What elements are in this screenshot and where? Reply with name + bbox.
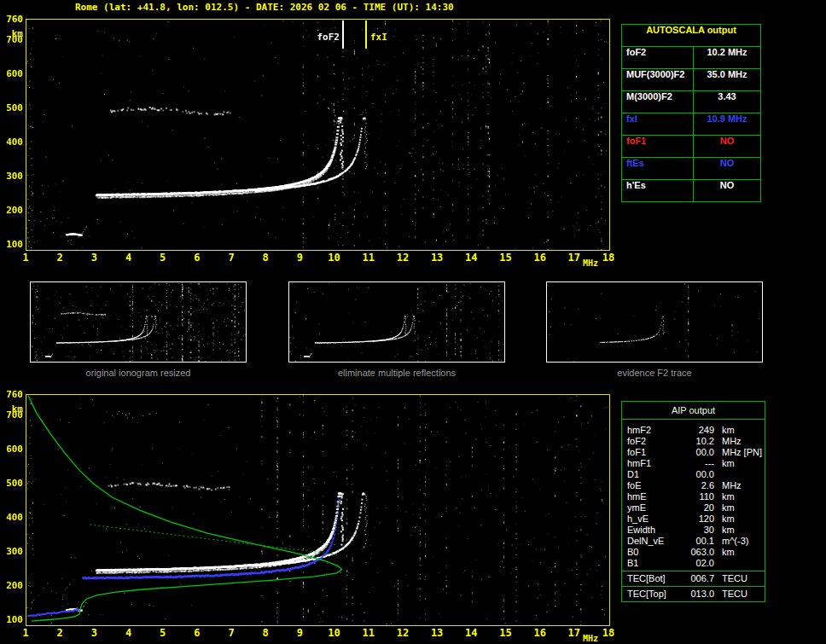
- autoscala-row: MUF(3000)F235.0 MHz: [622, 68, 760, 90]
- parameter-value: 10.9 MHz: [694, 113, 760, 135]
- aip-row: TEC[Bot]006.7TECU: [622, 573, 765, 584]
- parameter-name: TEC[Top]: [622, 589, 677, 600]
- parameter-unit: MHz[PN]: [714, 447, 765, 458]
- parameter-name: foE: [622, 480, 677, 491]
- parameter-value: NO: [694, 158, 760, 179]
- x-tick-label: 11: [359, 252, 378, 264]
- parameter-name: ymE: [622, 502, 677, 513]
- parameter-name: MUF(3000)F2: [622, 69, 694, 90]
- x-tick-label: 16: [531, 627, 550, 639]
- x-tick-label: 14: [462, 252, 480, 264]
- parameter-unit: km: [714, 525, 765, 536]
- y-tick-label: 500: [0, 102, 23, 113]
- thumbnail-evidence-f2: [546, 281, 763, 363]
- y-tick-label: 600: [0, 444, 23, 455]
- parameter-unit: km: [714, 425, 765, 436]
- parameter-name: D1: [622, 469, 677, 480]
- x-tick-label: 17: [565, 252, 584, 264]
- parameter-value: 20: [677, 502, 714, 513]
- thumbnail-canvas: [31, 282, 246, 362]
- autoscala-row: fxI10.9 MHz: [622, 113, 760, 135]
- parameter-name: M(3000)F2: [622, 91, 694, 113]
- autoscala-row: foF210.2 MHz: [622, 46, 760, 68]
- aip-row: hmE110km: [622, 491, 765, 502]
- y-tick-label: 200: [0, 205, 23, 216]
- parameter-value: 006.7: [677, 573, 714, 584]
- thumbnail-canvas: [547, 282, 762, 362]
- x-tick-label: 5: [154, 627, 172, 639]
- parameter-name: foF2: [622, 436, 677, 447]
- table-divider: [622, 571, 765, 571]
- parameter-value: 02.0: [677, 558, 714, 569]
- x-tick-label: 7: [222, 252, 241, 264]
- fof2-marker-label: foF2: [288, 32, 340, 43]
- parameter-value: NO: [694, 180, 760, 201]
- parameter-value: 00.0: [677, 447, 714, 458]
- fxi-marker-line: [365, 20, 367, 49]
- unit-text: MHz: [722, 480, 742, 491]
- parameter-value: 063.0: [677, 547, 714, 558]
- parameter-name: B1: [622, 558, 677, 569]
- parameter-unit: [714, 469, 765, 480]
- parameter-unit: m^(-3): [714, 536, 765, 547]
- x-tick-label: 1: [16, 252, 35, 264]
- parameter-value: 10.2: [677, 436, 714, 447]
- parameter-name: hmE: [622, 491, 677, 502]
- parameter-name: foF1: [622, 136, 694, 157]
- parameter-value: 3.43: [694, 91, 760, 113]
- x-tick-label: 3: [84, 252, 103, 264]
- unit-text: km: [722, 425, 735, 436]
- parameter-unit: MHz: [714, 436, 765, 447]
- x-tick-label: 6: [188, 627, 206, 639]
- y-tick-label: 300: [0, 171, 23, 182]
- thumbnail-caption: evidence F2 trace: [546, 368, 763, 378]
- profile-ionogram-canvas: [26, 395, 609, 625]
- y-tick-label: 500: [0, 478, 23, 489]
- x-tick-label: 16: [531, 252, 550, 264]
- x-tick-label: 10: [325, 627, 344, 639]
- unit-text: m^(-3): [722, 536, 748, 547]
- thumbnail-canvas: [289, 282, 504, 362]
- x-tick-label: 15: [496, 627, 515, 639]
- autoscala-row: M(3000)F23.43: [622, 90, 760, 113]
- autoscala-table-header: AUTOSCALA output: [622, 25, 760, 46]
- unit-text: km: [722, 547, 735, 558]
- table-divider: [622, 586, 765, 587]
- profile-flag: [PN]: [744, 447, 765, 458]
- x-tick-label: 18: [599, 627, 618, 639]
- parameter-value: 2.6: [677, 480, 714, 491]
- thumbnail-eliminate-reflections: [288, 281, 505, 363]
- parameter-value: 10.2 MHz: [694, 47, 760, 68]
- aip-row: TEC[Top]013.0TECU: [622, 589, 765, 600]
- x-tick-label: 3: [84, 627, 103, 639]
- aip-row: D100.0: [622, 469, 765, 480]
- aip-row: foF210.2MHz: [622, 436, 765, 447]
- parameter-unit: km: [714, 458, 765, 469]
- x-axis-unit: MHz: [583, 258, 598, 268]
- aip-row: foF100.0MHz[PN]: [622, 447, 765, 458]
- unit-text: km: [722, 502, 735, 513]
- parameter-name: h_vE: [622, 513, 677, 525]
- parameter-unit: [714, 558, 765, 569]
- parameter-value: NO: [694, 136, 760, 157]
- aip-output-table: AIP output hmF2249kmfoF210.2MHzfoF100.0M…: [621, 401, 765, 602]
- y-tick-label: 760: [0, 389, 23, 400]
- x-tick-label: 14: [462, 627, 480, 639]
- parameter-name: Ewidth: [622, 525, 677, 536]
- parameter-unit: TECU: [714, 573, 765, 584]
- parameter-unit: TECU: [714, 589, 765, 600]
- unit-text: km: [722, 525, 735, 536]
- thumbnail-original-ionogram: [30, 281, 247, 363]
- x-tick-label: 1: [16, 627, 35, 639]
- x-tick-label: 12: [393, 627, 412, 639]
- parameter-value: 110: [677, 491, 714, 502]
- x-tick-label: 9: [290, 252, 309, 264]
- x-axis-unit: MHz: [583, 634, 598, 643]
- parameter-name: DelN_vE: [622, 536, 677, 547]
- autoscala-output-table: AUTOSCALA output foF210.2 MHzMUF(3000)F2…: [621, 24, 761, 202]
- autoscala-window: Rome (lat: +41.8, lon: 012.5) - DATE: 20…: [0, 0, 826, 644]
- fof2-marker-line: [342, 20, 344, 49]
- x-tick-label: 15: [496, 252, 515, 264]
- y-axis-unit: km: [0, 403, 23, 415]
- unit-text: TECU: [722, 573, 747, 584]
